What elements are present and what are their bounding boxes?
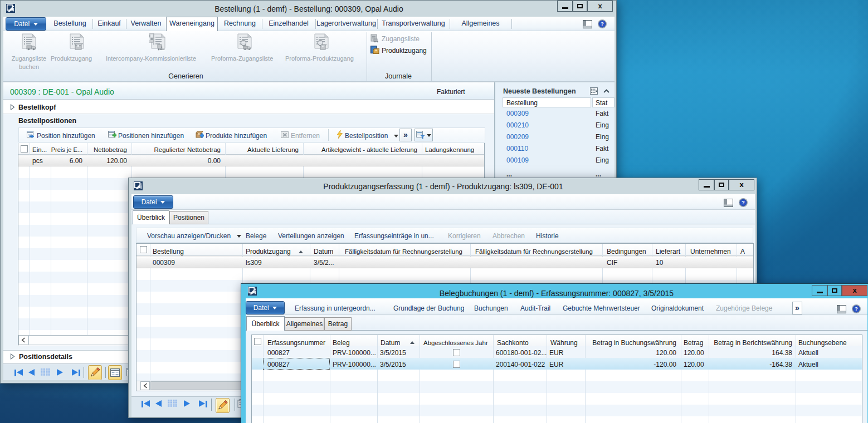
- svg-text:?: ?: [601, 21, 604, 27]
- svg-text:?: ?: [855, 306, 858, 312]
- svg-text:?: ?: [742, 199, 745, 205]
